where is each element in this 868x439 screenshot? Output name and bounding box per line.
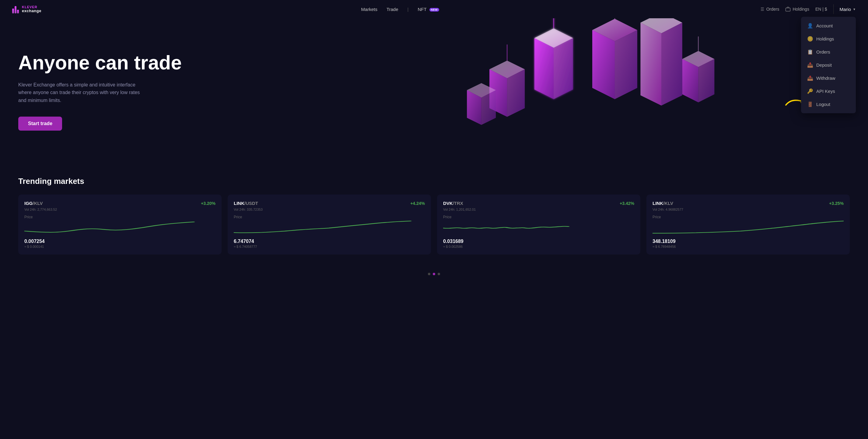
logo[interactable]: klever exchange	[12, 5, 41, 13]
card-quote: /USDT	[244, 201, 258, 206]
card-price: 0.007254	[24, 239, 215, 244]
card-quote: /TRX	[453, 201, 463, 206]
pagination-dot-0[interactable]	[428, 273, 430, 275]
logo-bar-3	[17, 10, 19, 13]
hero-section: Anyone can trade Klever Exchange offers …	[0, 18, 868, 165]
card-usd: ≈ $ 0.002586	[443, 245, 634, 248]
market-card[interactable]: LINK/USDT +4.24% Vol 24h: 335.72353 Pric…	[228, 195, 431, 255]
dropdown-item-account[interactable]: 👤 Account	[801, 19, 856, 32]
card-usd: ≈ $ 6.74058777	[234, 245, 425, 248]
svg-marker-29	[699, 59, 715, 103]
card-change: +3.25%	[829, 201, 844, 206]
dropdown-item-deposit[interactable]: 📥 Deposit	[801, 58, 856, 71]
hero-title: Anyone can trade	[18, 52, 182, 74]
card-chart	[443, 221, 634, 236]
svg-marker-10	[554, 38, 573, 99]
api-keys-icon: 🔑	[807, 88, 813, 94]
user-menu[interactable]: Mario ▼	[840, 7, 856, 12]
svg-rect-6	[786, 8, 790, 11]
card-pair: DVK/TRX	[443, 201, 463, 206]
svg-marker-32	[467, 90, 482, 125]
svg-marker-19	[489, 69, 507, 117]
hero-subtitle: Klever Exchange offers a simple and intu…	[18, 81, 146, 105]
svg-marker-8	[534, 28, 573, 48]
holdings-icon	[785, 6, 791, 12]
deposit-label: Deposit	[816, 62, 832, 67]
api-keys-label: API Keys	[816, 89, 835, 94]
orders-button[interactable]: Orders	[759, 6, 779, 12]
logout-icon: 🚪	[807, 101, 813, 107]
card-header: LINK/KLV +3.25%	[653, 201, 844, 206]
dropdown-item-holdings[interactable]: 🪙 Holdings	[801, 32, 856, 46]
svg-marker-28	[682, 59, 699, 103]
account-label: Account	[816, 23, 833, 28]
svg-marker-13	[592, 19, 637, 41]
card-usd: ≈ $ 0.000141	[24, 245, 215, 248]
withdraw-label: Withdraw	[816, 76, 835, 81]
nav-nft[interactable]: NFT NEW	[417, 7, 439, 12]
card-base: DVK	[443, 201, 453, 206]
dropdown-item-orders[interactable]: 📋 Orders	[801, 46, 856, 58]
market-card[interactable]: LINK/KLV +3.25% Vol 24h: 4.96882577 Pric…	[646, 195, 850, 255]
market-card[interactable]: DVK/TRX +3.42% Vol 24h: 1,201,652.01 Pri…	[437, 195, 640, 255]
market-card[interactable]: IGG/KLV +3.20% Vol 24h: 2,774,663.52 Pri…	[18, 195, 222, 255]
svg-marker-18	[489, 61, 525, 78]
holdings-button[interactable]: Holdings	[785, 6, 809, 12]
card-chart	[234, 221, 425, 236]
hero-content: Anyone can trade Klever Exchange offers …	[18, 52, 182, 130]
logo-bar-1	[12, 8, 14, 13]
card-volume: Vol 24h: 1,201,652.01	[443, 208, 634, 211]
start-trade-button[interactable]: Start trade	[18, 117, 62, 130]
card-change: +4.24%	[410, 201, 425, 206]
dropdown-item-logout[interactable]: 🚪 Logout	[801, 98, 856, 111]
card-price: 0.031689	[443, 239, 634, 244]
card-price-label: Price	[234, 215, 425, 219]
orders-icon	[759, 6, 765, 12]
svg-marker-24	[661, 23, 682, 105]
card-header: IGG/KLV +3.20%	[24, 201, 215, 206]
svg-marker-15	[615, 30, 637, 99]
card-price-label: Price	[653, 215, 844, 219]
logo-exchange: exchange	[22, 9, 41, 13]
card-base: LINK	[653, 201, 663, 206]
nav-divider: |	[407, 7, 409, 12]
card-base: IGG	[24, 201, 33, 206]
card-change: +3.42%	[620, 201, 634, 206]
orders-label: Orders	[816, 49, 830, 55]
nav-trade[interactable]: Trade	[386, 7, 398, 12]
card-change: +3.20%	[201, 201, 215, 206]
svg-marker-27	[682, 51, 715, 67]
card-pair: LINK/KLV	[653, 201, 673, 206]
card-base: LINK	[234, 201, 244, 206]
card-volume: Vol 24h: 2,774,663.52	[24, 208, 215, 211]
pagination-dots	[0, 267, 868, 278]
user-dropdown: 👤 Account 🪙 Holdings 📋 Orders 📥 Deposit …	[801, 17, 856, 113]
trending-section: Trending markets IGG/KLV +3.20% Vol 24h:…	[0, 165, 868, 267]
trending-title: Trending markets	[18, 177, 850, 186]
pagination-dot-1[interactable]	[433, 273, 435, 275]
card-volume: Vol 24h: 335.72353	[234, 208, 425, 211]
card-price-label: Price	[24, 215, 215, 219]
logo-text: klever exchange	[22, 5, 41, 13]
card-quote: /KLV	[33, 201, 43, 206]
withdraw-icon: 📤	[807, 75, 813, 81]
card-price: 6.747074	[234, 239, 425, 244]
chevron-down-icon: ▼	[853, 8, 856, 11]
hero-visual	[304, 18, 868, 165]
orders-icon: 📋	[807, 49, 813, 55]
svg-marker-20	[507, 69, 525, 117]
dropdown-item-withdraw[interactable]: 📤 Withdraw	[801, 71, 856, 85]
nav-markets[interactable]: Markets	[361, 7, 377, 12]
orders-label: Orders	[766, 7, 779, 11]
logo-bar-2	[14, 6, 17, 13]
lang-currency[interactable]: EN | $	[815, 7, 827, 11]
card-usd: ≈ $ 6.78948456	[653, 245, 844, 248]
card-header: LINK/USDT +4.24%	[234, 201, 425, 206]
pagination-dot-2[interactable]	[438, 273, 440, 275]
header-divider	[833, 4, 834, 14]
market-cards: IGG/KLV +3.20% Vol 24h: 2,774,663.52 Pri…	[18, 195, 850, 255]
card-price-label: Price	[443, 215, 634, 219]
account-icon: 👤	[807, 23, 813, 29]
card-price: 348.18109	[653, 239, 844, 244]
dropdown-item-api-keys[interactable]: 🔑 API Keys	[801, 85, 856, 98]
